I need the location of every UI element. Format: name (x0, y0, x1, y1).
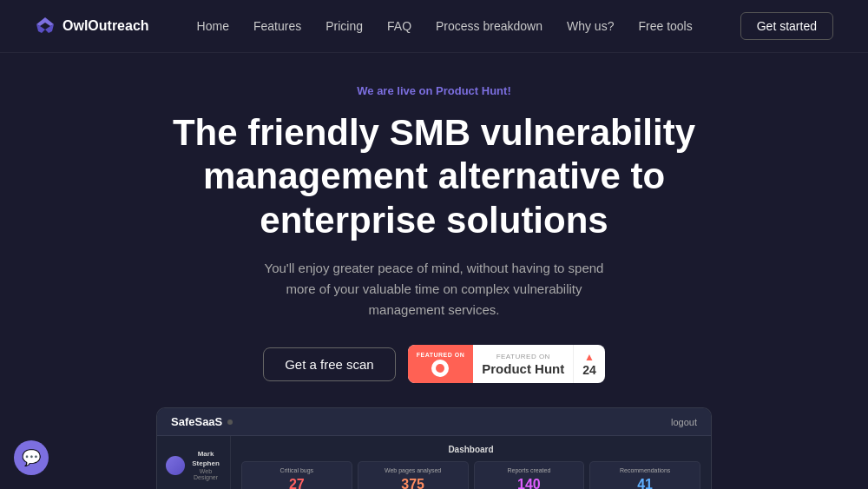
nav-item-home[interactable]: Home (197, 18, 229, 34)
db-logo-area: SafeSaaS (171, 415, 233, 428)
nav-item-why[interactable]: Why us? (567, 18, 614, 34)
db-topbar: SafeSaaS logout (157, 408, 711, 436)
chat-bubble-button[interactable]: 💬 (14, 440, 49, 475)
cta-row: Get a free scan FEATURED ON FEATURED ON … (263, 345, 605, 383)
db-stats-cards: Critical bugs 27 Web pages analysed 375 (241, 461, 700, 489)
db-sidebar: Mark Stephen Web Designer MENU Home Past… (157, 436, 231, 489)
nav-item-pricing[interactable]: Pricing (326, 18, 363, 34)
navbar: OwlOutreach Home Features Pricing FAQ Pr… (0, 0, 868, 53)
db-card-value-2: 140 (482, 477, 577, 489)
db-app-name: SafeSaaS (171, 415, 222, 428)
db-username: Mark Stephen (190, 450, 221, 468)
db-card-label-0: Critical bugs (249, 467, 345, 473)
live-badge: We are live on Product Hunt! (357, 84, 510, 97)
db-main-content: Dashboard Critical bugs 27 Web pages ana… (231, 436, 711, 489)
db-card-value-3: 41 (597, 477, 693, 489)
db-logout-label[interactable]: logout (671, 417, 697, 427)
db-card-recommendations: Recommendations 41 (589, 461, 700, 489)
db-card-reports: Reports created 140 (474, 461, 585, 489)
db-card-value-1: 375 (365, 477, 461, 489)
logo-text: OwlOutreach (62, 18, 149, 34)
free-scan-button[interactable]: Get a free scan (263, 347, 396, 381)
get-started-button[interactable]: Get started (740, 12, 833, 40)
db-body: Mark Stephen Web Designer MENU Home Past… (157, 436, 711, 489)
nav-item-process[interactable]: Process breakdown (436, 18, 542, 34)
db-user-role: Web Designer (190, 468, 221, 480)
ph-featured-label: FEATURED ON (417, 352, 465, 358)
ph-count-number: 24 (582, 363, 596, 377)
ph-badge-text: FEATURED ON Product Hunt (473, 353, 573, 376)
ph-arrow-icon: ▲ (584, 351, 595, 363)
chat-icon: 💬 (22, 448, 41, 467)
db-card-label-2: Reports created (482, 467, 577, 473)
nav-links: Home Features Pricing FAQ Process breakd… (197, 18, 693, 34)
db-main-title: Dashboard (241, 445, 700, 454)
db-card-label-1: Web pages analysed (365, 467, 461, 473)
nav-item-tools[interactable]: Free tools (638, 18, 692, 34)
ph-circle-inner (436, 364, 444, 373)
hero-subtitle: You'll enjoy greater peace of mind, with… (252, 258, 616, 320)
dashboard-preview: SafeSaaS logout Mark Stephen Web Designe… (156, 407, 712, 489)
nav-item-features[interactable]: Features (253, 18, 301, 34)
owl-logo-icon (35, 17, 56, 35)
db-user-info: Mark Stephen Web Designer (190, 450, 221, 480)
ph-product-hunt-label: Product Hunt (482, 361, 564, 376)
product-hunt-badge[interactable]: FEATURED ON FEATURED ON Product Hunt ▲ 2… (408, 345, 605, 383)
ph-circle-icon (431, 360, 449, 377)
logo-area: OwlOutreach (35, 17, 149, 35)
ph-upvote-count: ▲ 24 (573, 345, 605, 383)
hero-title: The friendly SMB vulnerability managemen… (139, 111, 729, 242)
db-dot (227, 420, 233, 425)
ph-badge-icon-area: FEATURED ON (408, 345, 474, 383)
db-card-value-0: 27 (249, 477, 345, 489)
db-user-area: Mark Stephen Web Designer (157, 445, 230, 489)
db-card-label-3: Recommendations (597, 467, 693, 473)
db-card-critical-bugs: Critical bugs 27 (241, 461, 352, 489)
db-avatar (166, 456, 185, 475)
nav-item-faq[interactable]: FAQ (387, 18, 411, 34)
ph-featured-on-text: FEATURED ON (482, 353, 564, 360)
db-card-web-pages: Web pages analysed 375 (358, 461, 469, 489)
hero-section: We are live on Product Hunt! The friendl… (0, 53, 868, 489)
